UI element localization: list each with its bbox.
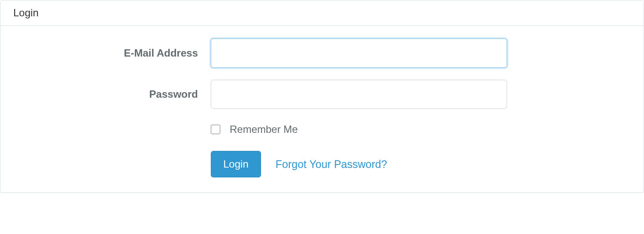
forgot-password-link[interactable]: Forgot Your Password? — [276, 158, 387, 171]
password-input[interactable] — [211, 80, 507, 109]
login-button[interactable]: Login — [211, 151, 261, 177]
remember-label[interactable]: Remember Me — [230, 123, 298, 135]
remember-checkbox[interactable] — [211, 125, 220, 134]
email-input[interactable] — [211, 39, 507, 68]
login-panel: Login E-Mail Address Password Remember M… — [0, 0, 644, 193]
password-group: Password — [9, 80, 635, 109]
email-label: E-Mail Address — [9, 47, 211, 59]
password-label: Password — [9, 88, 211, 100]
panel-title: Login — [0, 0, 644, 26]
panel-body: E-Mail Address Password Remember Me Logi… — [0, 26, 644, 192]
email-group: E-Mail Address — [9, 39, 635, 68]
submit-group: Login Forgot Your Password? — [9, 151, 635, 177]
remember-group: Remember Me — [9, 121, 635, 139]
